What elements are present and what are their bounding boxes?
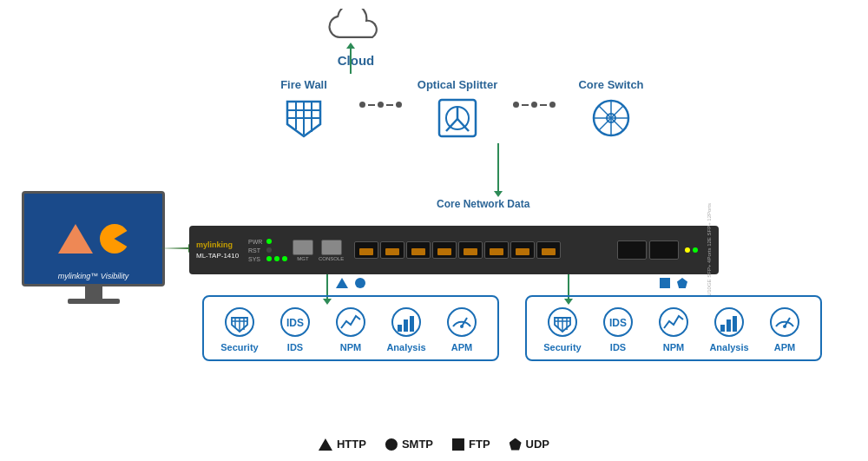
cloud-icon (326, 9, 386, 48)
left-security-label: Security (220, 342, 258, 352)
sfp-port-7 (510, 241, 535, 259)
coreswitch-device: Core Switch (559, 78, 663, 142)
console-port (321, 240, 342, 255)
sfp-port-8 (536, 241, 561, 259)
left-group-header-icons (336, 278, 365, 288)
legend: HTTP SMTP FTP UDP (319, 438, 549, 451)
coreswitch-icon (588, 95, 635, 142)
appliance-model: ML-TAP-1410 (196, 252, 239, 260)
rst-label: RST (248, 247, 264, 254)
right-security-tool: Security (539, 306, 586, 352)
right-apm-label: APM (774, 342, 795, 352)
legend-triangle-icon (319, 438, 332, 451)
right-group-header-icons (660, 278, 687, 288)
sfp-large-2 (649, 240, 679, 260)
led-row-sys: SYS (248, 256, 287, 262)
svg-text:IDS: IDS (609, 317, 627, 329)
sys-led3 (282, 256, 287, 261)
dash-splitter-sw (510, 102, 559, 108)
sys-label: SYS (248, 256, 264, 262)
svg-rect-26 (404, 319, 408, 332)
left-tool-group: Security IDS IDS NPM (202, 295, 499, 361)
rst-led (266, 247, 272, 253)
legend-http-label: HTTP (337, 438, 366, 451)
svg-point-23 (337, 308, 365, 336)
cloud-label: Cloud (295, 53, 417, 68)
right-analysis-tool: Analysis (706, 306, 753, 352)
left-security-icon (223, 306, 256, 339)
console-label: CONSOLE (319, 256, 344, 261)
legend-square-icon (452, 438, 464, 451)
firewall-label: Fire Wall (280, 78, 327, 91)
right-tool-group: Security IDS IDS NPM (525, 295, 822, 361)
mgt-label: MGT (297, 256, 308, 261)
monitor-area: mylinking™ Visibility (13, 191, 174, 304)
left-ids-icon: IDS (279, 306, 312, 339)
splitter-down-arrow (494, 143, 503, 197)
led-group: PWR RST SYS (248, 239, 287, 262)
right-apm-icon (768, 306, 801, 339)
appliance-brand: mylinking (196, 240, 229, 250)
right-ids-tool: IDS IDS (595, 306, 641, 352)
sfp-port-4 (432, 241, 457, 259)
header-square-icon (660, 278, 670, 288)
left-analysis-tool: Analysis (383, 306, 430, 352)
pwr-led (266, 239, 272, 244)
svg-text:IDS: IDS (286, 317, 304, 329)
left-npm-icon (334, 306, 367, 339)
sfp-large-1 (617, 240, 647, 260)
monitor-triangle-icon (58, 224, 93, 254)
svg-point-30 (460, 325, 464, 328)
led-row-rst: RST (248, 247, 287, 254)
right-security-icon (546, 306, 579, 339)
sfp-port-6 (484, 241, 509, 259)
splitter-icon (434, 95, 481, 142)
right-security-label: Security (543, 342, 581, 352)
sfp-ports (354, 241, 561, 259)
cloud-arrow (350, 48, 352, 74)
sfp-port-3 (406, 241, 431, 259)
left-npm-label: NPM (340, 342, 361, 352)
right-ids-icon: IDS (602, 306, 635, 339)
sfp-port-1 (354, 241, 378, 259)
splitter-label: Optical Splitter (418, 78, 497, 91)
right-analysis-label: Analysis (709, 342, 748, 352)
left-npm-tool: NPM (327, 306, 374, 352)
monitor-screen: mylinking™ Visibility (22, 191, 165, 286)
legend-ftp: FTP (452, 438, 490, 451)
legend-smtp: SMTP (385, 438, 433, 451)
left-apm-label: APM (451, 342, 472, 352)
sfp-port-5 (458, 241, 483, 259)
firewall-device: Fire Wall (252, 78, 356, 142)
legend-udp-label: UDP (526, 438, 549, 451)
svg-point-45 (783, 325, 786, 328)
appliance: mylinking ML-TAP-1410 PWR RST SYS MGT CO… (189, 226, 719, 274)
bottom-groups: Security IDS IDS NPM (200, 295, 825, 361)
cloud-area: Cloud (295, 9, 417, 68)
pwr-label: PWR (248, 239, 264, 245)
svg-rect-27 (410, 316, 414, 332)
led-row-pwr: PWR (248, 239, 287, 245)
legend-ftp-label: FTP (469, 438, 490, 451)
monitor-to-appliance-arrow (159, 247, 189, 249)
dash-fw-splitter (356, 102, 405, 108)
svg-rect-40 (720, 325, 725, 332)
sfp-port-2 (380, 241, 404, 259)
left-analysis-label: Analysis (386, 342, 425, 352)
right-analysis-icon (713, 306, 746, 339)
svg-point-38 (660, 308, 687, 336)
left-apm-icon (445, 306, 478, 339)
svg-rect-42 (733, 316, 737, 332)
sfp-large-ports (617, 240, 698, 260)
left-security-tool: Security (216, 306, 263, 352)
core-net-label: Core Network Data (437, 198, 529, 210)
monitor-pacman-icon (100, 224, 129, 254)
monitor-label: mylinking™ Visibility (24, 272, 162, 280)
left-apm-tool: APM (438, 306, 485, 352)
svg-rect-41 (727, 319, 731, 332)
header-pentagon-icon (677, 278, 687, 288)
mgt-port (293, 240, 313, 255)
header-triangle-icon (336, 278, 348, 288)
legend-pentagon-icon (510, 438, 522, 451)
splitter-device: Optical Splitter (405, 78, 510, 142)
